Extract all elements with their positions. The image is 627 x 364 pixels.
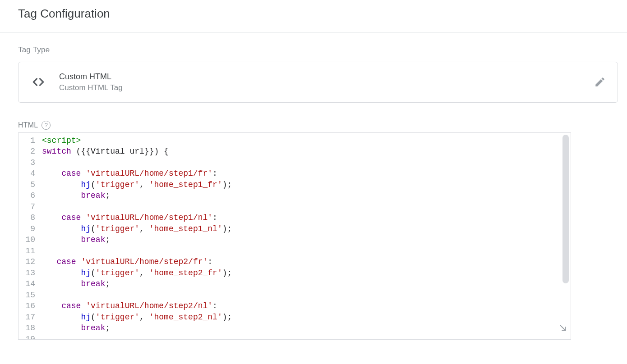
tag-type-text: Custom HTML Custom HTML Tag [59, 71, 581, 93]
line-number: 3 [18, 157, 35, 168]
code-line[interactable]: break; [42, 234, 571, 246]
line-number: 6 [18, 190, 35, 201]
line-number: 15 [18, 290, 35, 301]
code-line[interactable]: hj('trigger', 'home_step1_nl'); [42, 223, 571, 235]
line-number: 2 [18, 146, 35, 157]
code-line[interactable]: case 'virtualURL/home/step2/fr': [42, 256, 571, 268]
line-number: 9 [18, 223, 35, 235]
html-code-editor[interactable]: 12345678910111213141516171819 <script>sw… [18, 132, 571, 340]
code-line[interactable]: <script> [42, 135, 571, 146]
divider [0, 32, 627, 33]
page-title: Tag Configuration [18, 7, 618, 21]
code-line[interactable]: hj('trigger', 'home_step2_fr'); [42, 268, 571, 279]
code-line[interactable]: break; [42, 278, 571, 290]
line-number: 12 [18, 256, 35, 268]
code-line[interactable]: break; [42, 190, 571, 201]
code-line[interactable] [42, 290, 571, 301]
code-line[interactable] [42, 157, 571, 168]
line-number: 8 [18, 212, 35, 223]
line-number: 1 [18, 135, 35, 146]
scrollbar-thumb[interactable] [562, 135, 569, 283]
line-number: 14 [18, 278, 35, 290]
line-number: 7 [18, 201, 35, 213]
html-label-row: HTML ? [18, 121, 618, 130]
html-label: HTML [18, 121, 38, 129]
code-line[interactable]: case 'virtualURL/home/step1/fr': [42, 168, 571, 179]
tag-type-card[interactable]: Custom HTML Custom HTML Tag [18, 62, 618, 103]
tag-type-name: Custom HTML [59, 71, 581, 82]
line-number: 10 [18, 234, 35, 246]
code-line[interactable]: break; [42, 323, 571, 334]
line-number: 11 [18, 246, 35, 257]
line-number: 19 [18, 334, 35, 340]
code-line[interactable] [42, 246, 571, 257]
tag-type-label: Tag Type [18, 46, 618, 55]
code-line[interactable]: case 'virtualURL/home/step1/nl': [42, 212, 571, 223]
code-line[interactable] [42, 201, 571, 213]
tag-type-subtitle: Custom HTML Tag [59, 82, 581, 93]
scrollbar-track[interactable] [562, 135, 569, 337]
line-number: 5 [18, 179, 35, 191]
pencil-icon [594, 76, 606, 88]
tag-configuration-panel: Tag Configuration Tag Type Custom HTML C… [0, 0, 627, 340]
line-number-gutter: 12345678910111213141516171819 [18, 133, 39, 339]
code-icon [30, 74, 46, 90]
line-number: 17 [18, 312, 35, 323]
edit-button[interactable] [594, 76, 606, 88]
code-line[interactable]: case 'virtualURL/home/step2/nl': [42, 300, 571, 312]
help-icon[interactable]: ? [41, 121, 51, 130]
line-number: 13 [18, 268, 35, 279]
svg-line-0 [561, 326, 566, 331]
code-line[interactable]: hj('trigger', 'home_step1_fr'); [42, 179, 571, 191]
resize-handle[interactable] [558, 323, 568, 337]
code-content[interactable]: <script>switch ({{Virtual url}}) { case … [39, 133, 571, 339]
code-line[interactable]: hj('trigger', 'home_step2_nl'); [42, 312, 571, 323]
line-number: 16 [18, 300, 35, 312]
line-number: 18 [18, 323, 35, 334]
line-number: 4 [18, 168, 35, 179]
code-line[interactable]: switch ({{Virtual url}}) { [42, 146, 571, 157]
